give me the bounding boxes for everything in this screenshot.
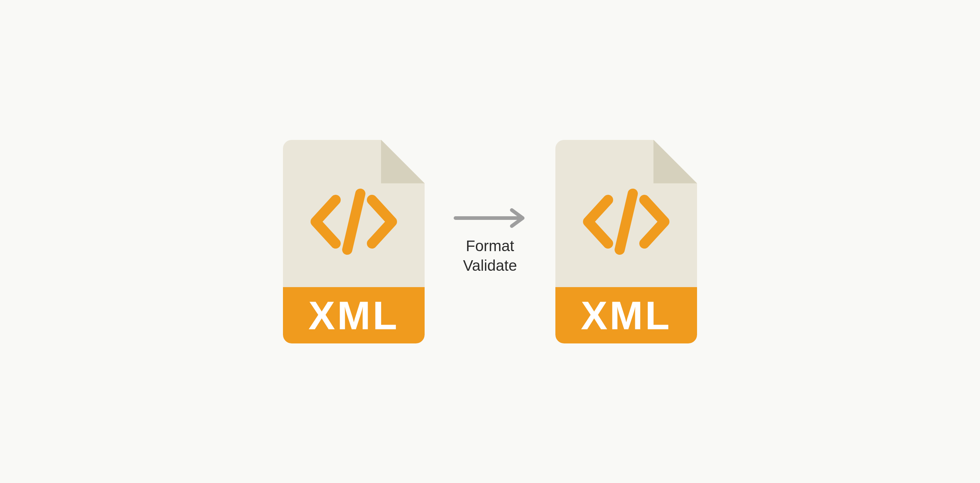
code-brackets-icon <box>283 183 425 260</box>
svg-line-2 <box>620 194 633 250</box>
file-extension-band: XML <box>555 287 697 343</box>
file-extension-band: XML <box>283 287 425 343</box>
action-label-validate: Validate <box>463 257 517 274</box>
xml-file-icon-right: XML <box>555 140 697 343</box>
xml-file-icon-left: XML <box>283 140 425 343</box>
svg-line-0 <box>347 194 360 250</box>
file-extension-label: XML <box>581 292 671 338</box>
action-labels: Format Validate <box>463 238 517 274</box>
arrow-right-icon <box>452 209 528 227</box>
transform-middle: Format Validate <box>450 209 530 274</box>
action-label-format: Format <box>466 238 514 255</box>
xml-format-validate-diagram: XML Format Validate <box>283 140 697 343</box>
code-brackets-icon <box>555 183 697 260</box>
file-extension-label: XML <box>309 292 399 338</box>
